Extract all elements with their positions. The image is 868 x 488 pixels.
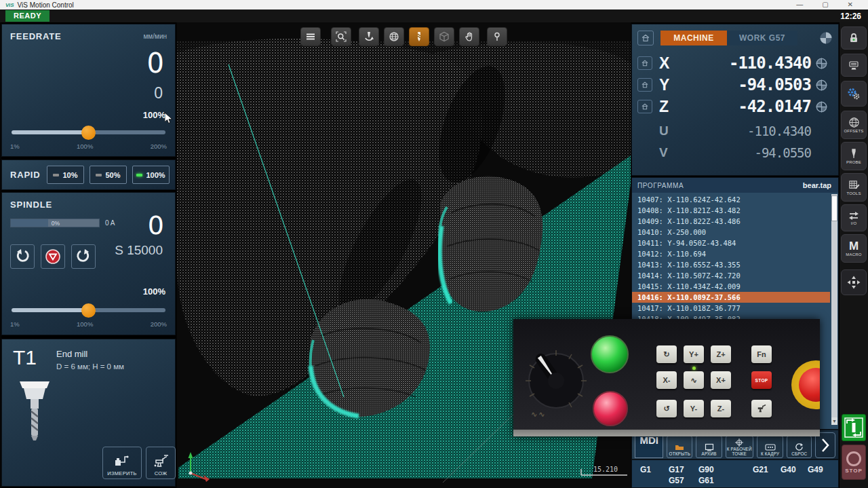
reset-button[interactable]: СБРОС <box>787 436 812 458</box>
tools-button[interactable]: TOOLS <box>841 173 867 202</box>
offsets-button[interactable]: OFFSETS <box>841 111 867 139</box>
program-line[interactable]: 10412: X-110.694 <box>632 248 830 259</box>
io-button[interactable]: I/O <box>841 204 867 231</box>
spindle-load-bar: 0% <box>10 219 100 227</box>
hand-icon <box>464 31 475 42</box>
feedrate-slider-knob[interactable] <box>81 126 96 140</box>
program-line[interactable]: 10413: X-110.655Z-43.355 <box>632 259 830 270</box>
program-line[interactable]: 10407: X-110.624Z-42.642 <box>632 194 830 205</box>
lock-button[interactable] <box>841 26 867 50</box>
work-point-icon <box>735 438 743 447</box>
program-line[interactable]: 10408: X-110.821Z-43.482 <box>632 205 830 216</box>
to-work-point-button[interactable]: К РАБОЧЕЙ ТОЧКЕ <box>726 436 753 458</box>
pendant-fn-key: Fn <box>751 345 772 363</box>
spindle-cw-button[interactable] <box>71 244 96 269</box>
program-line[interactable]: 10414: X-110.507Z-42.720 <box>632 270 830 281</box>
rapid-50-label: 50% <box>105 171 120 179</box>
axis-y-value: -94.0503 <box>679 75 815 94</box>
spindle-ccw-button[interactable] <box>10 244 35 269</box>
home-all-button[interactable] <box>637 31 654 45</box>
home-y-button[interactable] <box>637 78 652 92</box>
show-workpiece-button[interactable] <box>384 27 404 46</box>
tool-coolant-button[interactable]: СОЖ <box>146 447 176 479</box>
show-spindle-button[interactable] <box>359 27 379 46</box>
show-stock-button[interactable] <box>434 27 454 46</box>
program-title: ПРОГРАММА <box>637 182 684 189</box>
program-line[interactable]: 10409: X-110.822Z-43.486 <box>632 216 830 227</box>
spindle-slider-knob[interactable] <box>81 303 96 318</box>
program-scrollbar-thumb[interactable] <box>831 195 837 221</box>
tool-measure-button[interactable]: ИЗМЕРИТЬ <box>102 447 142 479</box>
spindle-stop-button[interactable] <box>41 244 65 269</box>
rapid-10-label: 10% <box>62 171 77 179</box>
chevron-right-icon <box>821 438 830 453</box>
pendant-y-minus-key: Y- <box>684 400 704 417</box>
rapid-100-led <box>136 174 142 176</box>
coordinates-panel: MACHINE WORK G57 X -110.4 <box>631 24 839 176</box>
probe-button[interactable]: PROBE <box>841 142 867 170</box>
program-line[interactable]: 10411: Y-94.050Z-43.484 <box>632 238 830 248</box>
program-filename: bear.tap <box>803 181 831 189</box>
rapid-title: RAPID <box>10 170 40 180</box>
home-x-button[interactable] <box>637 56 652 70</box>
pendant-z-minus-key: Z- <box>711 400 731 417</box>
to-frame-button[interactable]: К КАДРУ <box>757 436 784 458</box>
spindle-stop-icon <box>45 248 61 265</box>
rapid-50-button[interactable]: 50% <box>90 166 127 184</box>
cycle-start-button[interactable] <box>842 414 866 441</box>
zero-x-target-icon[interactable] <box>815 57 828 70</box>
probe-icon <box>848 148 859 159</box>
spindle-slider[interactable] <box>12 308 165 312</box>
pendant-stop-button <box>593 391 628 426</box>
home-icon <box>641 102 649 111</box>
pendant-camera-overlay: ∿∿ ↻ Y+ Z+ Fn X- ∿ X+ STOP ↺ Y- Z- <box>513 319 820 436</box>
program-scrollbar[interactable]: ▼ <box>831 194 837 425</box>
close-button[interactable]: ✕ <box>848 0 853 10</box>
axis-row-y: Y -94.0503 <box>637 75 833 95</box>
jog-led-icon <box>692 367 696 370</box>
archive-button[interactable]: АРХИВ <box>696 436 722 458</box>
pendant-jog-key: ∿ <box>684 371 704 389</box>
rapid-10-button[interactable]: 10% <box>47 166 84 184</box>
rapid-100-button[interactable]: 100% <box>132 166 170 184</box>
menu-button[interactable] <box>300 27 321 46</box>
feedrate-target: 0 <box>154 84 163 102</box>
pan-mode-button[interactable] <box>459 27 479 46</box>
tab-work-g57[interactable]: WORK G57 <box>727 31 797 45</box>
tab-machine[interactable]: MACHINE <box>660 31 727 45</box>
home-z-button[interactable] <box>637 100 652 113</box>
viewport-toolbar <box>177 27 631 48</box>
zero-y-target-icon[interactable] <box>815 79 828 92</box>
app-window: ViS ViS Motion Control — ▢ ✕ READY 12:26… <box>0 0 868 488</box>
program-line[interactable]: 10417: X-110.018Z-36.777 <box>632 303 830 314</box>
zoom-fit-button[interactable] <box>331 27 351 46</box>
scrollbar-down-arrow-icon[interactable]: ▼ <box>831 417 837 425</box>
minimize-button[interactable]: — <box>796 0 803 10</box>
pendant-y-plus-key: Y+ <box>684 345 704 363</box>
zero-z-target-icon[interactable] <box>815 100 828 113</box>
program-line-active[interactable]: 10416: X-110.089Z-37.566 <box>632 292 830 303</box>
rapid-100-label: 100% <box>146 171 165 179</box>
gcode-g49: G49 <box>808 465 823 474</box>
lock-icon <box>848 32 860 44</box>
feedrate-slider[interactable] <box>12 130 165 134</box>
gcode-g61: G61 <box>698 476 714 485</box>
spindle-override: 100% <box>143 286 165 297</box>
program-line[interactable]: 10410: X-250.000 <box>632 227 830 238</box>
open-button[interactable]: ОТКРЫТЬ <box>667 436 692 458</box>
tool-name: End mill <box>56 349 87 359</box>
measure-icon <box>114 454 130 469</box>
stop-label: STOP <box>845 468 863 474</box>
maximize-button[interactable]: ▢ <box>822 0 828 10</box>
zoom-fit-icon <box>336 31 347 42</box>
stop-button[interactable]: STOP <box>842 445 866 480</box>
keyboard-button[interactable] <box>841 54 867 77</box>
jog-button[interactable] <box>841 269 867 295</box>
left-panel: FEEDRATE мм/мин 0 0 100% 1% 100% 200% RA… <box>1 22 176 488</box>
settings-button[interactable] <box>841 81 867 107</box>
probe-point-button[interactable] <box>487 27 507 46</box>
program-line[interactable]: 10415: X-110.434Z-42.009 <box>632 281 830 292</box>
macro-button[interactable]: M MACRO <box>841 234 867 263</box>
show-tool-button[interactable] <box>409 27 429 46</box>
window-titlebar: ViS ViS Motion Control — ▢ ✕ <box>0 0 868 10</box>
